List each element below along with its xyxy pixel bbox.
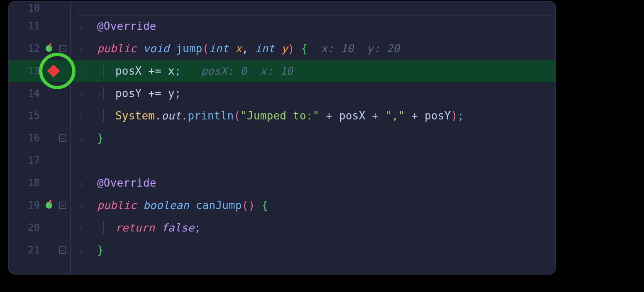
line-number: 13 xyxy=(9,65,43,77)
line-number: 18 xyxy=(9,177,43,189)
keyword-token: public xyxy=(97,199,137,212)
gutter-fold[interactable] xyxy=(55,202,71,209)
code-line[interactable]: 17 xyxy=(9,149,555,172)
gutter-fold[interactable] xyxy=(55,45,71,52)
code-content[interactable]: ›} xyxy=(71,244,555,256)
paren-token: ) xyxy=(451,110,458,122)
annotation-token: @Override xyxy=(97,20,156,32)
line-number: 16 xyxy=(9,132,43,144)
type-token: boolean xyxy=(143,199,189,212)
string-token: "," xyxy=(385,110,405,122)
operator-token: + xyxy=(372,110,378,122)
line-number: 10 xyxy=(9,2,43,14)
indent-chevron-icon: › xyxy=(79,44,97,54)
code-line[interactable]: 14 ››posY += y; xyxy=(9,82,555,105)
fold-collapse-icon[interactable] xyxy=(59,134,66,142)
line-number: 19 xyxy=(9,200,43,211)
code-editor-panel: 10 11 ›@Override 12 ›public void jump(in… xyxy=(9,2,555,274)
field-token: posX xyxy=(339,110,365,122)
fold-collapse-icon[interactable] xyxy=(59,246,66,254)
code-line[interactable]: 18 ›@Override xyxy=(9,172,555,194)
keyword-token: public xyxy=(97,42,137,55)
code-line[interactable]: 15 ››System.out.println("Jumped to:" + p… xyxy=(9,105,555,127)
paren-token: ) xyxy=(288,42,295,55)
gutter-marker[interactable] xyxy=(43,202,55,209)
code-content[interactable]: ›@Override xyxy=(71,20,555,32)
line-number: 12 xyxy=(9,43,43,54)
brace-token: } xyxy=(97,132,104,144)
param-token: x xyxy=(235,42,242,55)
annotation-token: @Override xyxy=(97,177,156,189)
indent-chevron-icon: › xyxy=(79,224,97,234)
code-content[interactable]: ›@Override xyxy=(71,177,555,189)
method-token: jump xyxy=(176,42,202,55)
prop-token: out xyxy=(161,110,181,122)
line-number: 15 xyxy=(9,110,43,122)
line-number: 14 xyxy=(9,88,43,99)
comma-token: , xyxy=(242,42,249,55)
indent-chevron-icon: › xyxy=(79,112,97,122)
code-line[interactable]: 10 xyxy=(9,2,555,15)
paren-token: ( xyxy=(234,110,240,122)
override-gutter-icon[interactable] xyxy=(46,202,52,209)
indent-guide-line xyxy=(103,110,104,122)
inline-hint: posX: 0 x: 10 xyxy=(201,65,293,77)
keyword-token: return xyxy=(115,221,155,234)
code-content[interactable]: ››return false; xyxy=(71,221,555,234)
line-number: 21 xyxy=(9,244,43,256)
indent-chevron-icon: › xyxy=(97,89,115,99)
method-token: println xyxy=(188,110,234,122)
field-token: posY xyxy=(115,87,141,100)
semicolon-token: ; xyxy=(175,65,181,77)
brace-token: { xyxy=(301,42,308,55)
breakpoint-icon[interactable] xyxy=(47,64,60,77)
dot-token: . xyxy=(181,110,188,122)
line-number: 17 xyxy=(9,155,43,166)
code-content[interactable]: ›public boolean canJump() { xyxy=(71,199,555,212)
indent-chevron-icon: › xyxy=(79,246,97,256)
code-content[interactable]: ›public void jump(int x, int y) { x: 10 … xyxy=(71,42,555,55)
code-line[interactable]: 16 ›} xyxy=(9,127,555,149)
indent-chevron-icon: › xyxy=(79,67,97,77)
type-token: void xyxy=(143,42,169,55)
paren-token: ( xyxy=(202,42,209,55)
indent-chevron-icon: › xyxy=(79,89,97,99)
code-line[interactable]: 19 ›public boolean canJump() { xyxy=(9,194,555,217)
gutter-fold[interactable] xyxy=(55,134,71,142)
code-content[interactable]: ›} xyxy=(71,132,555,144)
string-token: "Jumped to:" xyxy=(240,110,319,122)
brace-token: } xyxy=(97,244,104,256)
type-token: int xyxy=(255,42,275,55)
code-content[interactable]: ››posX += x; posX: 0 x: 10 xyxy=(71,65,555,77)
gutter-fold[interactable] xyxy=(55,246,71,254)
line-number: 11 xyxy=(9,20,43,32)
indent-guide-line xyxy=(103,221,104,234)
indent-chevron-icon: › xyxy=(97,67,115,77)
code-content[interactable]: ››posY += y; xyxy=(71,87,555,100)
override-gutter-icon[interactable] xyxy=(46,45,52,52)
indent-chevron-icon: › xyxy=(79,179,97,189)
code-content[interactable]: ››System.out.println("Jumped to:" + posX… xyxy=(71,110,555,122)
code-line[interactable]: 20 ››return false; xyxy=(9,217,555,239)
boolean-token: false xyxy=(161,221,194,234)
indent-chevron-icon: › xyxy=(97,224,115,234)
fold-collapse-icon[interactable] xyxy=(59,45,66,52)
paren-token: ) xyxy=(249,199,255,212)
code-line[interactable]: 12 ›public void jump(int x, int y) { x: … xyxy=(9,37,555,60)
indent-guide-line xyxy=(103,65,104,77)
code-line[interactable]: 21 ›} xyxy=(9,239,555,261)
operator-token: += xyxy=(148,65,161,77)
code-area[interactable]: 10 11 ›@Override 12 ›public void jump(in… xyxy=(9,2,555,274)
var-token: x xyxy=(168,65,175,77)
indent-chevron-icon: › xyxy=(97,112,115,122)
gutter-marker[interactable] xyxy=(43,45,55,52)
operator-token: += xyxy=(148,87,161,100)
fold-collapse-icon[interactable] xyxy=(59,202,66,209)
dot-token: . xyxy=(155,110,161,122)
semicolon-token: ; xyxy=(194,221,201,234)
var-token: y xyxy=(168,87,175,100)
operator-token: + xyxy=(326,110,332,122)
code-line-current[interactable]: 13 ››posX += x; posX: 0 x: 10 xyxy=(9,60,555,82)
brace-token: { xyxy=(261,199,268,212)
code-line[interactable]: 11 ›@Override xyxy=(9,15,555,37)
